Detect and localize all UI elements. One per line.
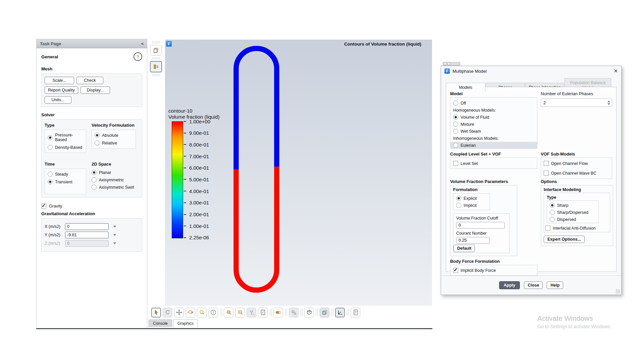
volume-fraction-cutoff-label: Volume Fraction Cutoff <box>456 216 506 221</box>
default-button[interactable]: Default <box>453 245 475 252</box>
display-button[interactable]: Display... <box>80 86 110 94</box>
fluent-app: Task Page < General ? Mesh Scale... Chec… <box>0 0 644 362</box>
rotate-view-button[interactable] <box>163 308 172 317</box>
legend-tick: 5.00e-01 <box>184 176 210 182</box>
radio-planar[interactable]: Planar <box>92 170 139 175</box>
task-page-header: Task Page < <box>37 39 147 48</box>
x-accel-field[interactable] <box>65 223 109 230</box>
gravity-checkbox-row[interactable]: Gravity <box>41 203 142 208</box>
eulerian-phases-spinner <box>541 99 612 107</box>
graphics-side-toolbar <box>148 40 164 328</box>
drag-handle[interactable] <box>152 57 160 60</box>
pan-icon <box>176 309 182 316</box>
dropdown-arrow-icon[interactable] <box>113 226 116 228</box>
embed-window-button[interactable] <box>150 61 162 72</box>
display-options-button[interactable] <box>289 308 299 317</box>
radio-dispersed[interactable]: Dispersed <box>550 217 596 222</box>
scale-button[interactable]: Scale... <box>45 77 74 84</box>
mesh-group: Scale... Check Report Quality Display...… <box>41 73 142 107</box>
annotate-report-button[interactable] <box>351 308 360 317</box>
spin-down-icon[interactable] <box>607 103 610 105</box>
resize-grip[interactable] <box>616 289 620 294</box>
radio-density-based[interactable]: Density-Based <box>48 145 83 150</box>
check-button[interactable]: Check <box>76 77 103 84</box>
save-picture-button[interactable] <box>258 308 268 317</box>
checkbox-interfacial-anti-diffusion[interactable]: Interfacial Anti-Diffusion <box>545 225 596 232</box>
dropdown-arrow-icon[interactable] <box>113 234 116 236</box>
radio-wet-steam[interactable]: Wet Steam <box>453 128 534 135</box>
copy-window-button[interactable] <box>150 45 162 56</box>
view-isometric-button[interactable] <box>304 308 314 317</box>
checkbox-open-channel-flow[interactable]: Open Channel Flow <box>544 160 609 167</box>
save-picture-icon <box>260 309 266 316</box>
help-button[interactable]: Help <box>547 282 563 289</box>
legend-tick: 7.00e-01 <box>184 153 210 159</box>
zoom-back-button[interactable] <box>235 308 245 317</box>
probe-pill-button[interactable] <box>273 308 283 317</box>
courant-number-field[interactable] <box>456 237 490 244</box>
collapse-panel-icon[interactable]: < <box>141 41 144 46</box>
tab-models[interactable]: Models <box>446 83 485 92</box>
probe-info-button[interactable] <box>208 308 218 317</box>
radio-eulerian[interactable]: Eulerian <box>450 142 537 149</box>
radio-axisymmetric[interactable]: Axisymmetric <box>92 177 139 182</box>
radio-icon <box>48 145 53 150</box>
radio-icon <box>550 203 555 208</box>
gears-icon <box>290 309 297 316</box>
views-button[interactable] <box>320 308 329 317</box>
drag-handle[interactable] <box>152 41 160 44</box>
type-heading: Type <box>45 123 86 128</box>
window-divider <box>36 328 432 329</box>
radio-steady[interactable]: Steady <box>48 172 83 177</box>
dialog-titlebar[interactable]: F Multiphase Model ✕ <box>441 66 621 76</box>
close-button[interactable]: Close <box>524 282 543 289</box>
radio-absolute[interactable]: Absolute <box>95 133 133 138</box>
close-icon[interactable]: ✕ <box>613 68 618 74</box>
radio-mixture[interactable]: Mixture <box>453 121 534 128</box>
magnify-button[interactable] <box>197 308 207 317</box>
radio-sharp[interactable]: Sharp <box>550 203 596 208</box>
apply-button[interactable]: Apply <box>499 281 520 289</box>
checkbox-implicit-body-force[interactable]: Implicit Body Force <box>453 267 534 274</box>
report-quality-button[interactable]: Report Quality <box>45 86 78 94</box>
radio-implicit[interactable]: Implicit <box>456 203 487 208</box>
checkbox-level-set[interactable]: Level Set <box>453 160 534 167</box>
radio-axisymmetric-swirl[interactable]: Axisymmetric Swirl <box>92 185 139 190</box>
drag-handle[interactable] <box>152 74 160 76</box>
rotate-icon <box>164 309 171 316</box>
axes-button[interactable] <box>335 308 345 317</box>
watermark-line1: Activate Windows <box>537 314 611 322</box>
radio-transient[interactable]: Transient <box>48 179 83 184</box>
radio-off[interactable]: Off <box>453 100 534 107</box>
select-tool-button[interactable] <box>151 308 161 317</box>
report-document-icon <box>352 309 359 316</box>
checkbox-icon <box>544 171 549 176</box>
toolbar-separator <box>269 309 272 316</box>
graphics-canvas[interactable]: F Contours of Volume fraction (liquid) c… <box>165 40 432 306</box>
radio-volume-of-fluid[interactable]: Volume of Fluid <box>453 114 534 121</box>
eulerian-phases-field[interactable] <box>541 101 607 105</box>
solver-group: Type Pressure-Based Density-Based Veloci <box>41 119 142 197</box>
radio-pressure-based[interactable]: Pressure-Based <box>48 133 83 142</box>
expert-options-button[interactable]: Expert Options... <box>544 236 585 243</box>
interface-modeling-group: Type Sharp Sharp/Dispersed Dispersed <box>544 193 610 232</box>
radio-sharp-dispersed[interactable]: Sharp/Dispersed <box>550 210 596 215</box>
help-icon[interactable]: ? <box>133 52 142 61</box>
toolbar-separator <box>285 309 287 316</box>
radio-relative[interactable]: Relative <box>95 140 133 145</box>
legend-tick: 2.25e-06 <box>184 235 210 241</box>
interface-modeling-heading: Interface Modeling <box>544 187 610 192</box>
spin-up-icon[interactable] <box>607 101 610 102</box>
pan-tool-button[interactable] <box>174 308 184 317</box>
zoom-area-button[interactable] <box>224 308 233 317</box>
checkbox-open-channel-wave-bc[interactable]: Open Channel Wave BC <box>544 170 609 177</box>
zoom-in-out-button[interactable] <box>185 308 195 317</box>
volume-fraction-cutoff-field[interactable] <box>456 222 505 229</box>
units-button[interactable]: Units... <box>45 96 71 104</box>
radio-explicit[interactable]: Explicit <box>456 196 487 201</box>
tab-console[interactable]: Console <box>149 319 172 327</box>
legend-tick: 1.00e+00 <box>184 118 210 124</box>
y-accel-field[interactable] <box>65 232 109 238</box>
pathlines-button[interactable] <box>247 308 256 317</box>
tab-graphics[interactable]: Graphics <box>173 319 198 327</box>
